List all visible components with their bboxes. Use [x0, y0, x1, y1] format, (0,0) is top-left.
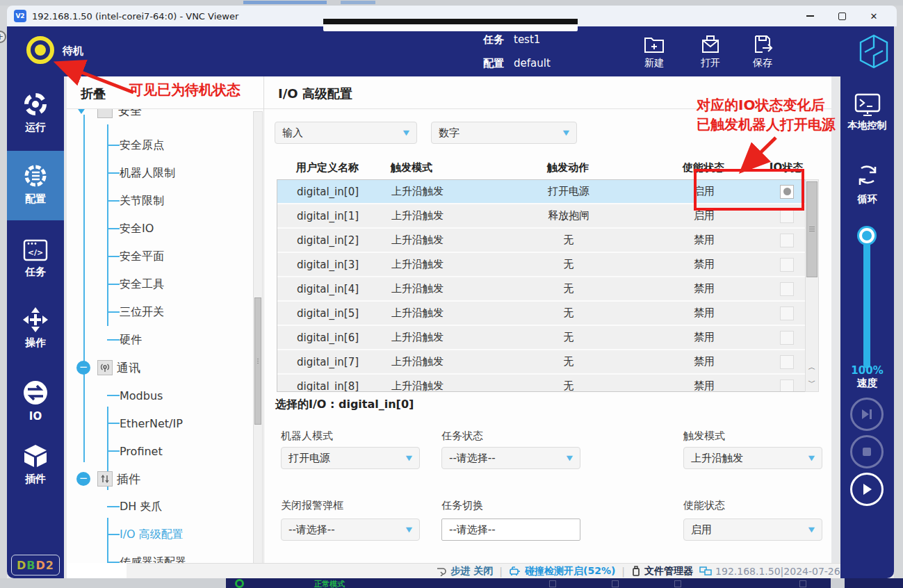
table-row[interactable]: digital_in[2]上升沿触发无禁用	[277, 229, 806, 253]
table-scrollbar-thumb[interactable]	[806, 181, 817, 277]
tree-item-safe-plane[interactable]: 安全平面	[67, 243, 247, 270]
file-manager-button[interactable]: 文件管理器	[631, 565, 693, 578]
task-state-select[interactable]: --请选择--▼	[441, 447, 580, 469]
speed-slider-track[interactable]	[863, 235, 870, 368]
io-state-indicator[interactable]	[780, 209, 794, 223]
save-button[interactable]: 保存	[740, 32, 785, 70]
scroll-up-icon[interactable]: ︿	[806, 361, 818, 375]
io-state-indicator[interactable]	[780, 379, 794, 393]
io-state-indicator[interactable]	[780, 307, 794, 320]
collision-detection-toggle[interactable]: 碰撞检测开启(52%)	[509, 565, 615, 578]
io-table: digital_in[0]上升沿触发打开电源启用 digital_in[1]上升…	[277, 179, 806, 392]
tree-item-safe-tool[interactable]: 安全工具	[67, 270, 247, 298]
task-value: test1	[514, 33, 540, 47]
speed-value: 100%	[840, 364, 894, 377]
step-mode-toggle[interactable]: 步进 关闭	[436, 565, 493, 578]
io-state-indicator[interactable]	[780, 355, 794, 369]
svg-text:</>: </>	[28, 248, 43, 257]
table-row[interactable]: digital_in[7]上升沿触发无禁用	[277, 350, 806, 375]
top-toolbar: 待机 任务 test1 配置 default 新建 打开 保存	[7, 26, 894, 76]
robot-status-indicator[interactable]	[26, 36, 54, 64]
table-row[interactable]: digital_in[1]上升沿触发释放抱闸启用	[277, 204, 806, 229]
background-text-artifact	[341, 1, 375, 4]
sidebar-item-run[interactable]: 运行	[7, 85, 64, 134]
tree-item-modbus[interactable]: Modbus	[67, 382, 247, 409]
scroll-down-icon[interactable]: ﹀	[806, 376, 818, 390]
io-state-indicator[interactable]	[780, 185, 794, 199]
tree-item-sensor-adapter[interactable]: 传感器适配器	[67, 548, 247, 563]
tree-item-three-position-switch[interactable]: 三位开关	[67, 298, 247, 326]
io-state-indicator[interactable]	[780, 258, 794, 272]
loop-icon	[853, 161, 882, 190]
sidebar-item-io[interactable]: IO	[7, 373, 64, 423]
task-switch-select[interactable]: --请选择--	[441, 518, 580, 541]
new-button[interactable]: 新建	[632, 32, 676, 70]
background-notch-artifact	[323, 19, 578, 31]
play-icon	[861, 482, 873, 496]
collapse-button[interactable]: 折叠	[81, 85, 106, 102]
collapse-arrow-icon	[76, 109, 86, 114]
step-forward-button[interactable]	[850, 398, 884, 431]
table-row[interactable]: digital_in[0]上升沿触发打开电源启用	[277, 180, 806, 204]
speed-slider-knob[interactable]	[859, 228, 874, 243]
close-alarm-select[interactable]: --请选择--▼	[281, 518, 420, 541]
local-control-button[interactable]: 本地控制	[840, 92, 894, 132]
io-state-indicator[interactable]	[780, 282, 794, 296]
tree-item-hardware[interactable]: 硬件	[67, 326, 247, 354]
table-row[interactable]: digital_in[8]上升沿触发无禁用	[277, 375, 806, 392]
config-label: 配置	[483, 57, 504, 70]
close-button[interactable]: ✕	[858, 6, 890, 26]
sidebar-item-config[interactable]: 配置	[7, 151, 64, 220]
tree-node-safety[interactable]: 安全	[67, 109, 247, 120]
tree-node-communication[interactable]: − 通讯	[67, 354, 247, 382]
tree-item-ethernet-ip[interactable]: EtherNet/IP	[67, 409, 247, 437]
io-type-select[interactable]: 输入▼	[275, 122, 417, 144]
tree-item-io-advanced-config[interactable]: I/O 高级配置	[67, 521, 247, 548]
sidebar-item-plugin[interactable]: 插件	[7, 436, 64, 486]
io-arrows-icon	[21, 378, 50, 407]
tree-scrollbar-thumb[interactable]	[254, 297, 261, 425]
stop-button[interactable]	[850, 435, 884, 468]
right-sidebar: 本地控制 循环 100% 速度	[840, 76, 894, 578]
tree-item-profinet[interactable]: Profinet	[67, 437, 247, 465]
move-arrows-icon	[22, 306, 49, 334]
sidebar-item-jog[interactable]: 操作	[7, 300, 64, 350]
sliders-icon	[97, 471, 113, 487]
table-row[interactable]: digital_in[6]上升沿触发无禁用	[277, 326, 806, 350]
sidebar-item-task[interactable]: </> 任务	[7, 232, 64, 279]
open-button[interactable]: 打开	[688, 32, 733, 70]
config-value: default	[514, 57, 551, 70]
table-scrollbar[interactable]: ︿ ﹀	[805, 179, 819, 392]
robot-mode-select[interactable]: 打开电源▼	[281, 447, 420, 469]
tree-scrollbar[interactable]: ︿ ﹀	[253, 111, 263, 563]
background-window-sliver	[0, 0, 903, 6]
normal-mode-icon	[235, 579, 244, 588]
table-row[interactable]: digital_in[4]上升沿触发无禁用	[277, 277, 806, 302]
signal-type-select[interactable]: 数字▼	[431, 122, 577, 144]
cube-icon	[22, 442, 49, 470]
loop-button[interactable]: 循环	[840, 161, 894, 206]
robot-status-label: 待机	[63, 44, 83, 58]
tree-item-dh-gripper[interactable]: DH 夹爪	[67, 493, 247, 521]
code-window-icon: </>	[22, 238, 49, 263]
trigger-mode-select[interactable]: 上升沿触发▼	[683, 447, 822, 469]
table-row[interactable]: digital_in[3]上升沿触发无禁用	[277, 253, 806, 277]
tree-item-safe-home[interactable]: 安全原点	[67, 131, 247, 159]
io-state-indicator[interactable]	[780, 331, 794, 345]
io-state-indicator[interactable]	[780, 234, 794, 247]
tree-item-robot-limit[interactable]: 机器人限制	[67, 159, 247, 187]
safety-icon	[97, 109, 113, 118]
background-text-artifact	[243, 1, 327, 4]
enable-state-select[interactable]: 启用▼	[683, 518, 822, 541]
status-badge: DBD2	[11, 555, 60, 575]
maximize-button[interactable]	[826, 6, 858, 26]
table-row[interactable]: digital_in[5]上升沿触发无禁用	[277, 302, 806, 326]
minimize-button[interactable]	[794, 6, 826, 26]
tree-item-joint-limit[interactable]: 关节限制	[67, 187, 247, 215]
tree-item-safe-io[interactable]: 安全IO	[67, 215, 247, 243]
tree-node-plugin[interactable]: − 插件	[67, 465, 247, 493]
play-button[interactable]	[850, 473, 884, 506]
close-alarm-label: 关闭报警弹框	[281, 499, 343, 512]
config-tree: 安全 安全原点 机器人限制 关节限制 安全IO 安全平面 安全工具 三位开关 硬…	[67, 109, 263, 563]
trigger-mode-label: 触发模式	[683, 430, 725, 443]
